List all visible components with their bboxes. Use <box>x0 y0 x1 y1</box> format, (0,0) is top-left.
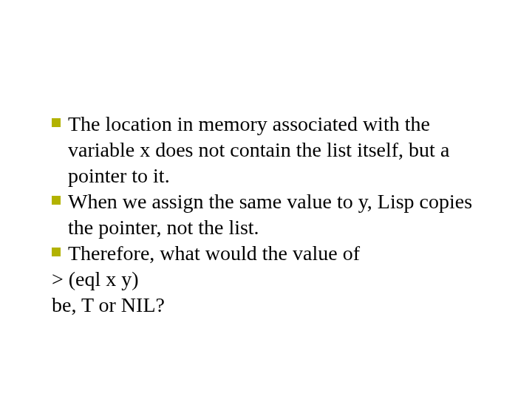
svg-rect-0 <box>52 118 61 127</box>
square-bullet-icon <box>52 111 68 127</box>
svg-rect-2 <box>52 248 61 256</box>
slide: The location in memory associated with t… <box>0 0 532 399</box>
bullet-text: Therefore, what would the value of <box>68 240 488 266</box>
svg-rect-1 <box>52 196 61 205</box>
bullet-text: When we assign the same value to y, Lisp… <box>68 188 488 240</box>
list-item: Therefore, what would the value of <box>52 240 488 266</box>
list-item: When we assign the same value to y, Lisp… <box>52 188 488 240</box>
question-line: be, T or NIL? <box>52 292 488 318</box>
code-line: > (eql x y) <box>52 266 488 292</box>
slide-content: The location in memory associated with t… <box>52 111 488 318</box>
list-item: The location in memory associated with t… <box>52 111 488 188</box>
square-bullet-icon <box>52 188 68 205</box>
square-bullet-icon <box>52 240 68 256</box>
bullet-text: The location in memory associated with t… <box>68 111 488 188</box>
